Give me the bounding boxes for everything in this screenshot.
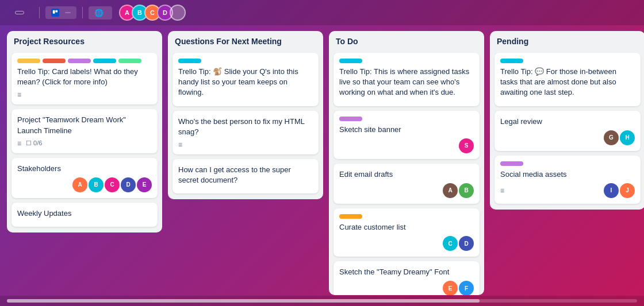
column-title-to-do: To Do: [334, 37, 480, 48]
card-labels: [178, 59, 313, 63]
card-text: Curate customer list: [339, 222, 474, 233]
card-member-avatars: GH: [604, 130, 635, 145]
column-questions-next-meeting: Questions For Next MeetingTrello Tip: 🐒 …: [168, 31, 323, 199]
avatar-count[interactable]: [170, 5, 186, 21]
card-text: Trello Tip: 💬 For those in-between tasks…: [500, 67, 635, 98]
card-text: Sketch site banner: [339, 125, 474, 135]
horizontal-scrollbar[interactable]: [0, 296, 644, 306]
card-avatar[interactable]: A: [72, 177, 87, 192]
card-meta: ≡☐ 0/6: [17, 140, 152, 148]
card-avatar[interactable]: H: [620, 130, 635, 145]
template-badge[interactable]: [15, 11, 24, 14]
card-meta: ≡: [17, 91, 152, 99]
lines-icon: ≡: [178, 141, 182, 149]
card-card-super-secret[interactable]: How can I get access to the super secret…: [172, 159, 319, 193]
card-member-avatars: IJ: [604, 183, 635, 198]
divider2: [82, 7, 83, 18]
card-avatar[interactable]: E: [137, 177, 152, 192]
public-button[interactable]: 🌐: [89, 6, 112, 20]
card-labels: [339, 214, 474, 219]
card-card-tip-assigned[interactable]: Trello Tip: This is where assigned tasks…: [334, 53, 480, 106]
star-button[interactable]: [29, 11, 33, 14]
column-title-questions-next-meeting: Questions For Next Meeting: [172, 37, 319, 48]
column-to-do: To DoTrello Tip: This is where assigned …: [329, 31, 484, 295]
card-avatar[interactable]: B: [89, 177, 103, 192]
label: [17, 59, 40, 63]
label: [339, 214, 362, 219]
svg-rect-0: [53, 10, 55, 14]
label: [500, 161, 523, 166]
label: [43, 59, 66, 63]
column-project-resources: Project ResourcesTrello Tip: Card labels…: [7, 31, 162, 233]
card-card-curate-customer[interactable]: Curate customer listCD: [334, 208, 480, 257]
card-text: How can I get access to the super secret…: [178, 165, 313, 185]
card-member-avatars: ABCDE: [72, 177, 152, 192]
card-text: Who's the best person to fix my HTML sna…: [178, 117, 313, 137]
card-meta: S: [339, 138, 474, 153]
free-badge: [65, 12, 71, 13]
scrollbar-track[interactable]: [7, 299, 637, 303]
card-avatar[interactable]: C: [105, 177, 120, 192]
card-member-avatars: EF: [443, 281, 474, 295]
card-avatar[interactable]: C: [443, 236, 458, 251]
card-meta: CD: [339, 236, 474, 251]
card-card-legal-review[interactable]: Legal reviewGH: [494, 111, 641, 151]
card-labels: [339, 59, 474, 63]
label: [339, 117, 362, 121]
member-avatars: A B C D: [119, 5, 186, 21]
checklist-badge: ☐ 0/6: [26, 140, 42, 147]
card-text: Edit email drafts: [339, 169, 474, 180]
card-card-edit-email[interactable]: Edit email draftsAB: [334, 164, 480, 204]
topbar: 🌐 A B C D: [0, 0, 644, 25]
card-text: Trello Tip: 🐒 Slide your Q's into this h…: [178, 67, 313, 98]
card-card-stakeholders[interactable]: StakeholdersABCDE: [12, 158, 158, 198]
card-member-avatars: CD: [443, 236, 474, 251]
trello-icon: [51, 9, 59, 17]
card-card-tip-inbetween[interactable]: Trello Tip: 💬 For those in-between tasks…: [494, 53, 641, 106]
scrollbar-thumb[interactable]: [7, 299, 480, 303]
card-card-social-media[interactable]: Social media assets≡IJ: [494, 156, 641, 204]
card-avatar[interactable]: A: [443, 183, 458, 198]
label: [68, 59, 91, 63]
card-text: Weekly Updates: [17, 208, 152, 219]
card-avatar[interactable]: E: [443, 281, 458, 295]
card-avatar[interactable]: B: [459, 183, 474, 198]
card-avatar[interactable]: D: [459, 236, 474, 251]
column-title-pending: Pending: [494, 37, 641, 48]
card-text: Sketch the "Teamy Dreamy" Font: [339, 267, 474, 277]
card-avatar[interactable]: F: [459, 281, 474, 295]
lines-icon: ≡: [17, 140, 21, 148]
card-card-html-snag[interactable]: Who's the best person to fix my HTML sna…: [172, 111, 319, 154]
card-text: Legal review: [500, 117, 635, 127]
card-avatar[interactable]: S: [459, 138, 474, 153]
card-avatar[interactable]: I: [604, 183, 619, 198]
card-member-avatars: S: [459, 138, 474, 153]
card-card-sketch-font[interactable]: Sketch the "Teamy Dreamy" FontEF: [334, 261, 480, 295]
card-text: Project "Teamwork Dream Work" Launch Tim…: [17, 115, 152, 135]
card-avatar[interactable]: D: [121, 177, 136, 192]
svg-rect-1: [55, 10, 57, 13]
card-card-weekly[interactable]: Weekly Updates: [12, 203, 158, 227]
card-card-tip-labels[interactable]: Trello Tip: Card labels! What do they me…: [12, 53, 158, 104]
card-member-avatars: AB: [443, 183, 474, 198]
card-card-teamwork[interactable]: Project "Teamwork Dream Work" Launch Tim…: [12, 109, 158, 153]
card-meta: ABCDE: [17, 177, 152, 192]
card-meta: ≡IJ: [500, 183, 635, 198]
board: Project ResourcesTrello Tip: Card labels…: [0, 25, 644, 296]
lines-icon: ≡: [17, 91, 21, 99]
card-labels: [339, 117, 474, 121]
label: [339, 59, 362, 63]
card-card-sketch-banner[interactable]: Sketch site bannerS: [334, 111, 480, 159]
card-avatar[interactable]: J: [620, 183, 635, 198]
label: [178, 59, 201, 63]
card-labels: [17, 59, 152, 63]
card-avatar[interactable]: G: [604, 130, 619, 145]
card-text: Trello Tip: This is where assigned tasks…: [339, 67, 474, 98]
card-meta: GH: [500, 130, 635, 145]
card-card-tip-slide[interactable]: Trello Tip: 🐒 Slide your Q's into this h…: [172, 53, 319, 106]
card-labels: [500, 161, 635, 166]
card-text: Trello Tip: Card labels! What do they me…: [17, 67, 152, 87]
workspace-button[interactable]: [45, 6, 76, 19]
column-pending: PendingTrello Tip: 💬 For those in-betwee…: [490, 31, 644, 210]
label: [93, 59, 116, 63]
